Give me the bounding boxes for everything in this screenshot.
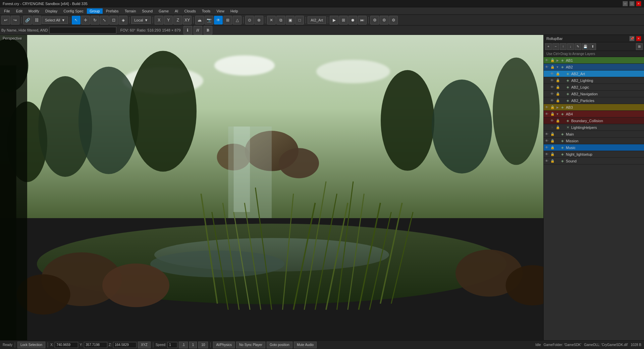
layer-lock-ab1[interactable]: 🔒 — [550, 57, 555, 64]
ai-physics-button[interactable]: AI/Physics — [213, 342, 235, 348]
menu-sound[interactable]: Sound — [139, 8, 155, 14]
layer-expand-sound[interactable] — [555, 158, 560, 164]
layer-vis-music[interactable]: 👁 — [544, 144, 550, 151]
perspective-button[interactable]: 👁 — [214, 16, 223, 24]
layer-row-ab2-art[interactable]: 👁 🔒 ◈ AB2_Art — [544, 70, 644, 77]
duplicate-button[interactable]: ⧉ — [276, 16, 285, 24]
move-tool-button[interactable]: ✛ — [81, 16, 90, 24]
menu-game[interactable]: Game — [156, 8, 171, 14]
layer-expand-main[interactable] — [555, 131, 560, 138]
settings-button[interactable]: ⚙ — [370, 16, 379, 24]
ai-art-label[interactable]: AI2_Art — [308, 16, 326, 24]
layer-row-ab3[interactable]: 👁 🔒 ▶ ◈ AB3 — [544, 104, 644, 111]
viewport[interactable]: Perspective — [0, 35, 543, 340]
layer-row-ab2-particles[interactable]: 👁 🔒 ◈ AB2_Particles — [544, 97, 644, 104]
layer-expand-ab2-logic[interactable] — [560, 84, 565, 91]
menu-modify[interactable]: Modify — [26, 8, 42, 14]
filter-input[interactable] — [49, 27, 116, 34]
layer-expand-ab3[interactable]: ▶ — [555, 104, 560, 111]
layer-row-ab4[interactable]: 👁 🔒 ▼ ◈ AB4 — [544, 111, 644, 117]
delete-button[interactable]: ✕ — [267, 16, 276, 24]
layer-vis-ab1[interactable]: 👁 — [544, 57, 550, 64]
mute-audio-button[interactable]: Mute Audio — [294, 342, 317, 348]
layer-expand-ab1[interactable]: ▶ — [555, 57, 560, 64]
menu-file[interactable]: File — [1, 8, 13, 14]
select-tool-button[interactable]: ↖ — [72, 16, 80, 24]
local-dropdown[interactable]: Local ▼ — [131, 16, 151, 24]
layer-row-music[interactable]: 👁 🔒 ◈ Music — [544, 144, 644, 151]
layer-lock-ab3[interactable]: 🔒 — [550, 104, 555, 111]
layer-expand-night-lightsetup[interactable] — [555, 151, 560, 158]
layer-lock-ab2-art[interactable]: 🔒 — [555, 70, 560, 77]
speed-step3-button[interactable]: 10 — [198, 342, 208, 348]
scale3-tool-button[interactable]: ◈ — [119, 16, 127, 24]
layer-lock-night-lightsetup[interactable]: 🔒 — [550, 151, 555, 158]
layer-lock-sound[interactable]: 🔒 — [550, 158, 555, 164]
layer-delete-button[interactable]: − — [552, 43, 559, 50]
speed-step1-button[interactable]: .1 — [179, 342, 187, 348]
info-button[interactable]: ℹ — [183, 26, 192, 35]
layer-row-sound[interactable]: 👁 🔒 ◈ Sound — [544, 158, 644, 164]
step-button[interactable]: ⏭ — [358, 16, 367, 24]
layer-vis-boundary[interactable]: 👁 — [549, 117, 555, 124]
info2-button[interactable]: 𝐻 — [194, 26, 202, 35]
layer-lock-ab2-navigation[interactable]: 🔒 — [555, 91, 560, 97]
camera-button[interactable]: 📷 — [205, 16, 213, 24]
close-button[interactable]: ✕ — [636, 1, 641, 6]
layer-vis-lighting-helpers[interactable]: ✕ — [549, 124, 555, 131]
layer-vis-main[interactable]: 👁 — [544, 131, 550, 138]
lock-selection-button[interactable]: Lock Selection — [17, 342, 45, 348]
menu-prefabs[interactable]: Prefabs — [103, 8, 121, 14]
layer-lock-boundary[interactable]: 🔒 — [555, 117, 560, 124]
layer-row-main[interactable]: 👁 🔒 ◈ Main — [544, 131, 644, 138]
z-input[interactable] — [113, 342, 137, 348]
layer-lock-ab4[interactable]: 🔒 — [550, 111, 555, 117]
undo-button[interactable]: ↩ — [1, 16, 10, 24]
layer-expand-ab2-navigation[interactable] — [560, 91, 565, 97]
axis-y-button[interactable]: Y — [164, 16, 173, 24]
axis-x-button[interactable]: X — [155, 16, 163, 24]
unlink-button[interactable]: ⛓ — [33, 16, 41, 24]
layer-export-button[interactable]: ⬆ — [589, 43, 596, 50]
menu-edit[interactable]: Edit — [13, 8, 25, 14]
layer-expand-ab2-particles[interactable] — [560, 97, 565, 104]
scale2-tool-button[interactable]: ⊡ — [109, 16, 118, 24]
layer-row-ab2-lighting[interactable]: 👁 🔒 ◈ AB2_Lighting — [544, 77, 644, 84]
menu-terrain[interactable]: Terrain — [122, 8, 139, 14]
layer-row-ab2-logic[interactable]: 👁 🔒 ◈ AB2_Logic — [544, 84, 644, 91]
layer-new-button[interactable]: + — [545, 43, 552, 50]
layer-vis-ab2-logic[interactable]: 👁 — [549, 84, 555, 91]
layer-lock-lighting-helpers[interactable]: 🔒 — [555, 124, 560, 131]
layer-row-ab1[interactable]: 👁 🔒 ▶ ◈ AB1 — [544, 57, 644, 64]
layer-vis-ab2-art[interactable]: 👁 — [549, 70, 555, 77]
no-sync-player-button[interactable]: No Sync Player — [236, 342, 265, 348]
layer-vis-ab2-lighting[interactable]: 👁 — [549, 77, 555, 84]
terrain-tool-button[interactable]: ⛰ — [195, 16, 204, 24]
speed-input[interactable] — [167, 342, 177, 348]
menu-help[interactable]: Help — [228, 8, 241, 14]
layer-save-button[interactable]: 💾 — [582, 43, 589, 50]
x-input[interactable] — [55, 342, 78, 348]
rollupbar-close-button[interactable]: ✕ — [636, 36, 641, 41]
layer-vis-sound[interactable]: 👁 — [544, 158, 550, 164]
minimize-button[interactable]: ─ — [623, 1, 628, 6]
menu-ai[interactable]: AI — [172, 8, 181, 14]
layer-vis-ab4[interactable]: 👁 — [544, 111, 550, 117]
xyz-button[interactable]: XYZ — [138, 342, 150, 348]
layer-lock-ab2-logic[interactable]: 🔒 — [555, 84, 560, 91]
layer-lock-music[interactable]: 🔒 — [550, 144, 555, 151]
layer-add2-button[interactable]: ⊞ — [636, 43, 643, 50]
layer-vis-ab3[interactable]: 👁 — [544, 104, 550, 111]
layer-row-ab2-navigation[interactable]: 👁 🔒 ◈ AB2_Navigation — [544, 91, 644, 97]
scale-tool-button[interactable]: ⤡ — [100, 16, 109, 24]
layer-lock-ab2-particles[interactable]: 🔒 — [555, 97, 560, 104]
layer-vis-ab2[interactable]: 👁 — [544, 64, 550, 70]
layer-lock-ab2[interactable]: 🔒 — [550, 64, 555, 70]
layer-expand-ab4[interactable]: ▼ — [555, 111, 560, 117]
layer-expand-boundary[interactable] — [560, 117, 565, 124]
axis-xy-button[interactable]: XY — [183, 16, 192, 24]
menu-clouds[interactable]: Clouds — [181, 8, 198, 14]
axis-z-button[interactable]: Z — [173, 16, 182, 24]
menu-display[interactable]: Display — [43, 8, 60, 14]
grid-button[interactable]: ⊞ — [223, 16, 232, 24]
